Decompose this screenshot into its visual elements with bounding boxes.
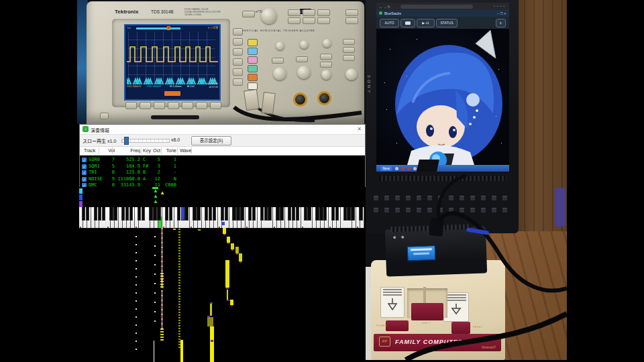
note-dot [136,276,137,278]
cell-tone: N [162,176,176,182]
octave-c-marker [329,227,331,228]
slider-max-label: x8.0 [171,137,180,142]
note-dot [136,300,137,302]
black-key [98,207,101,221]
display-settings-button[interactable]: 表示設定(S) [191,136,231,145]
note-dot [154,274,156,275]
note-dot [136,260,137,261]
window-titlebar[interactable]: ♪ 演奏情報 ✕ [80,125,365,135]
bezel-button [233,58,243,66]
note-dot [178,298,180,300]
window-title: 演奏情報 [91,127,109,133]
note-dot [178,333,180,335]
black-key [323,207,327,221]
note-dot [178,314,180,316]
note-dot [136,292,137,294]
cell-freq: 184.9 [113,164,140,170]
panel-button [320,62,332,68]
panel-knob [300,40,309,49]
channel-checkbox[interactable]: ✓ [82,170,87,175]
note-dot [154,283,156,284]
note-trail [223,228,226,234]
octave-c-marker [246,227,248,228]
blue-note-marker [222,222,225,225]
black-key [331,207,335,221]
screen-menu-button [182,102,193,109]
slider-thumb[interactable] [124,137,129,145]
octave-c-marker [219,227,220,228]
nsfplay-keyboard-window: ♪ 演奏情報 ✕ スロー再生 x1.0 x8.0 表示設定(S) Track V… [79,124,366,192]
channel-checkbox[interactable]: ✓ [82,177,87,182]
black-key [292,207,295,221]
black-key [82,207,85,221]
note-trail [180,340,183,362]
cell-vol: 9 [100,176,115,182]
note-trail [207,317,213,326]
note-dot [178,306,180,308]
channel-button [248,39,258,46]
app-icon: ♪ [83,126,89,132]
note-trail [227,290,228,300]
yellow-arrow-icon: ▲ [160,190,165,196]
note-dot [136,316,137,318]
note-dot [178,247,180,249]
black-key [264,207,268,221]
note-dot [178,320,180,321]
note-trail [223,234,225,235]
cell-key: A [143,176,146,182]
panel-knob [276,42,284,50]
cell-tone: 1 [162,164,176,170]
note-dot [178,336,180,337]
cables [366,0,567,360]
note-dot [178,231,180,233]
note-dot [178,288,180,289]
cell-tone: 1 [162,157,176,163]
probe-connector-1 [244,89,260,111]
black-key [359,207,362,221]
channel-button [248,48,258,55]
note-dot [136,349,137,350]
probe-connector-2 [261,92,276,115]
cell-tone: - [162,170,176,176]
note-dot [136,252,137,253]
table-row: ✓NOISE9111860.8A12N [80,176,365,182]
channel-checkbox[interactable]: ✓ [82,158,87,162]
black-key [153,207,156,221]
black-key [319,207,323,221]
note-dot [178,229,180,230]
screenshot-frame: Tektronix TDS 3014B FOUR CHANNEL COLOR D… [0,0,644,362]
note-trail [162,290,162,329]
black-key [347,207,350,221]
note-dot [178,328,180,329]
black-key [307,207,311,221]
note-trail [239,261,241,263]
black-key [177,207,180,221]
note-dot [178,261,180,262]
panel-knob [321,70,331,80]
cell-key: B [143,170,146,176]
note-dot [178,304,180,305]
meter-segment [79,194,83,200]
note-dot [154,292,156,294]
note-dot [178,330,180,332]
close-icon[interactable]: ✕ [357,126,362,132]
black-key [280,207,283,221]
channel-checkbox[interactable]: ✓ [82,164,87,169]
black-key [304,207,307,221]
black-key [193,207,196,221]
black-key [125,207,129,221]
panel-knob [273,67,286,80]
note-dot [160,334,164,335]
note-dot [178,269,180,270]
black-key [276,207,279,221]
note-dot [178,242,180,243]
power-button [100,113,109,119]
note-dot [136,236,137,237]
note-trail [230,300,233,305]
black-key [268,207,271,221]
top-panel-button [317,9,330,16]
note-dot [178,234,180,235]
note-dot [160,331,164,333]
note-trail [225,260,229,288]
playback-controls: スロー再生 x1.0 x8.0 表示設定(S) [80,135,365,147]
